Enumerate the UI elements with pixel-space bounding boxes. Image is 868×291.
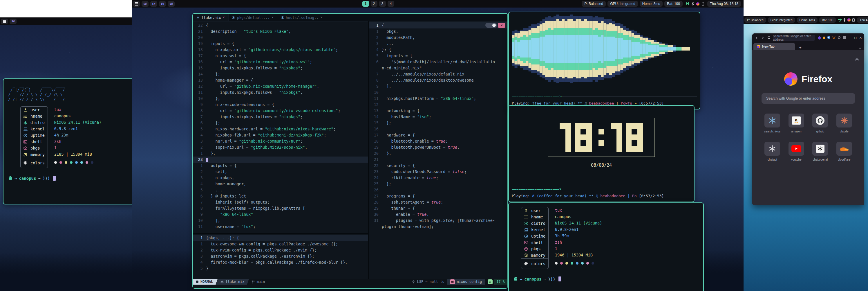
- extension-icon-orange[interactable]: [823, 37, 825, 39]
- terminal-color-dots: [54, 157, 101, 167]
- tile-label: chatgpt: [768, 158, 777, 161]
- terminal-color-dots: [555, 258, 602, 268]
- invader-icon[interactable]: [838, 19, 842, 22]
- shell-prompt: →canopus~))): [514, 277, 699, 282]
- app-launcher-button[interactable]: [133, 1, 140, 7]
- extension-icon-metamask[interactable]: [832, 36, 836, 39]
- code-line: 6 } @ inputs: let: [193, 193, 368, 199]
- nix-snowflake-icon: [232, 16, 235, 19]
- back-button[interactable]: [754, 36, 758, 40]
- search-input[interactable]: Search with Google or enter address: [762, 93, 855, 104]
- profile-icon[interactable]: [847, 18, 850, 22]
- fetch-label: colors: [30, 161, 45, 165]
- user-icon: [24, 108, 28, 112]
- playing-segment: beabadoobee: [589, 101, 614, 106]
- close-button[interactable]: ✕: [859, 36, 862, 40]
- shortcut-tile-youtube[interactable]: youtube: [788, 142, 804, 161]
- tab-label: flake.nix: [202, 16, 221, 20]
- workspace-button-3[interactable]: 3: [379, 1, 386, 7]
- laptop-icon: [524, 228, 529, 231]
- tile-label: chat.openai: [813, 158, 828, 161]
- code-line: 19 inputs = {: [193, 41, 368, 47]
- menu-icon[interactable]: [843, 36, 846, 39]
- extension-icon-purple[interactable]: [817, 36, 821, 40]
- code-line: 26: [369, 187, 507, 193]
- close-pane-button[interactable]: ×: [498, 23, 505, 28]
- code-line: 12: [369, 101, 507, 108]
- editor-tab-flake-nix[interactable]: flake.nix×: [193, 13, 228, 21]
- shortcut-tile-cloudflare[interactable]: cloudflare: [836, 142, 852, 161]
- buffer-flake-nix[interactable]: 22{21 description = "tux's NixOS Flake";…: [193, 21, 368, 234]
- shortcut-tile-search.nixos[interactable]: search.nixos: [764, 114, 780, 133]
- phone-icon[interactable]: [852, 18, 855, 22]
- pane-right[interactable]: × 1{1 pkgs,2 modulesPath,3 ...4}: {5 imp…: [369, 21, 507, 279]
- system-tray: [838, 18, 855, 22]
- code-line: 11 inputs.nixpkgs.follows = "nixpkgs";: [193, 89, 368, 95]
- tab-new-tab[interactable]: New Tab: [753, 43, 795, 50]
- project-label: nixos-config: [457, 280, 482, 284]
- toggle-button[interactable]: [485, 23, 497, 28]
- fetch-info-box: userhnamedistrokerneluptimeshellpkgsmemo…: [20, 106, 48, 168]
- app-shortcut-button[interactable]: $W: [142, 1, 149, 7]
- home-icon[interactable]: [838, 36, 841, 39]
- minimize-button[interactable]: –: [850, 36, 851, 39]
- position-segment: [485, 279, 494, 285]
- pane-left[interactable]: 22{21 description = "tux's NixOS Flake";…: [193, 21, 369, 279]
- code-line: 2 sops-nix.url = "github:Mic92/sops-nix"…: [193, 144, 368, 150]
- shortcut-tile-chat.openai[interactable]: chat.openai: [812, 142, 828, 161]
- shortcut-tile-chatgpt[interactable]: chatgpt: [765, 142, 780, 161]
- terminal-window-fetch-left[interactable]: _ __ _ ____ ____ / |/ /(_)_ __/ __ \/ __…: [3, 79, 132, 204]
- playing-segment: ffee for your head) **: [532, 101, 584, 106]
- app-shortcut-button[interactable]: $W: [168, 1, 175, 7]
- terminal-window-fetch-right[interactable]: userhnamedistrokerneluptimeshellpkgsmemo…: [508, 202, 704, 291]
- forward-button[interactable]: [761, 36, 765, 40]
- fetch-label: uptime: [531, 234, 546, 238]
- firefox-window[interactable]: Search with Google or enter address – ▢ …: [752, 33, 864, 205]
- app-icon: $W: [144, 2, 147, 5]
- code-line: 5 ...: [193, 187, 368, 193]
- profile-icon[interactable]: [696, 2, 700, 5]
- personalize-gear-icon[interactable]: [855, 57, 859, 62]
- maximize-button[interactable]: ▢: [854, 36, 857, 39]
- vim-mode-icon: [196, 280, 199, 283]
- editor-tab-hosts-isoImag-[interactable]: hosts/isoImag..×: [277, 13, 326, 21]
- tab-list-chevron-icon[interactable]: [859, 46, 861, 50]
- address-bar[interactable]: Search with Google or enter address: [773, 35, 815, 41]
- app-launcher-button[interactable]: [1, 19, 8, 24]
- invader-icon[interactable]: [686, 2, 689, 5]
- terminal-window-clock[interactable]: 08/08/24 =====================> Playing:…: [508, 105, 694, 202]
- code-line: 12 url = "github:nix-community/home-mana…: [193, 83, 368, 89]
- code-line: 20 };: [369, 150, 507, 156]
- app-shortcut-button[interactable]: $W: [9, 19, 17, 24]
- bluetooth-icon[interactable]: [692, 2, 694, 5]
- app-icon: $W: [152, 2, 155, 5]
- code-line: 24 rtkit.enable = true;: [369, 175, 507, 181]
- neovim-editor-window[interactable]: flake.nix×pkgs/default...×hosts/isoImag.…: [192, 13, 508, 289]
- fetch-label: uptime: [30, 133, 45, 138]
- code-line: 5}: [193, 265, 368, 271]
- app-shortcut-button[interactable]: $W: [150, 1, 157, 7]
- playing-segment: d (coffee for your head) **: [532, 194, 596, 198]
- shortcut-tile-github[interactable]: github: [812, 114, 828, 133]
- buffer-pkgs-default-nix[interactable]: 1{pkgs, ...}: {1 tux-awesome-wm-config =…: [193, 234, 368, 271]
- close-tab-icon[interactable]: ×: [320, 16, 322, 20]
- terminal-window-cava[interactable]: =====================> Playing: ffee for…: [508, 11, 700, 110]
- close-tab-icon[interactable]: ×: [272, 16, 274, 20]
- shortcut-tile-amazon[interactable]: aamazon: [788, 114, 804, 133]
- app-shortcut-button[interactable]: $W: [159, 1, 166, 7]
- buffer-iso-image-nix[interactable]: 1{1 pkgs,2 modulesPath,3 ...4}: {5 impor…: [369, 21, 507, 230]
- workspace-button-2[interactable]: 2: [371, 1, 377, 7]
- extension-icon-shield[interactable]: [827, 36, 830, 39]
- workspace-button-1[interactable]: 1: [362, 1, 369, 7]
- system-tray: [686, 2, 704, 5]
- workspace-button-4[interactable]: 4: [388, 1, 394, 7]
- close-tab-icon[interactable]: ×: [223, 16, 225, 20]
- bluetooth-icon[interactable]: [843, 18, 846, 22]
- new-tab-button[interactable]: +: [799, 45, 802, 50]
- editor-tab-pkgs-default-[interactable]: pkgs/default...×: [228, 13, 277, 21]
- reload-button[interactable]: [767, 36, 771, 40]
- firefox-tab-icon: [757, 45, 761, 48]
- list-icon: [524, 215, 529, 219]
- phone-icon[interactable]: [702, 2, 704, 5]
- shortcut-tile-claude[interactable]: claude: [836, 114, 852, 133]
